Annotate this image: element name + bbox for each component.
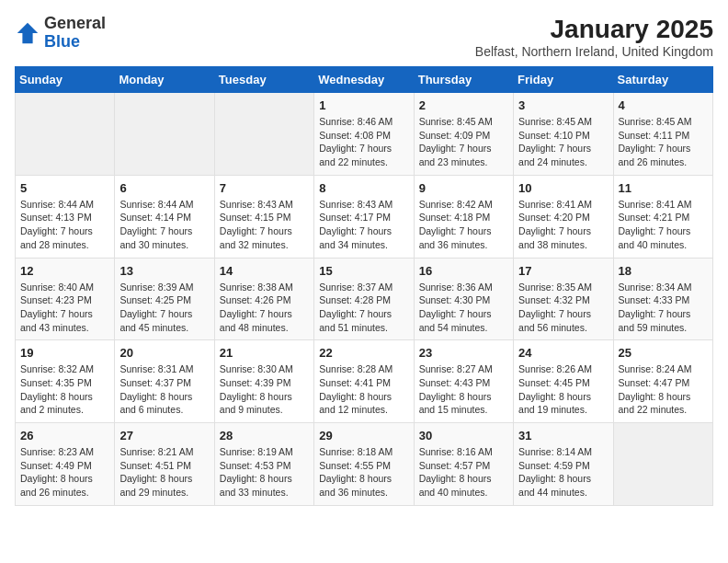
calendar-cell [214, 93, 313, 176]
header: General Blue January 2025 Belfast, North… [15, 15, 713, 59]
day-info: Sunrise: 8:27 AM Sunset: 4:43 PM Dayligh… [419, 362, 508, 417]
day-number: 10 [518, 181, 608, 195]
day-number: 21 [220, 346, 309, 360]
calendar-cell: 30Sunrise: 8:16 AM Sunset: 4:57 PM Dayli… [414, 423, 513, 506]
day-number: 22 [319, 346, 408, 360]
day-number: 13 [119, 264, 209, 278]
calendar-cell: 28Sunrise: 8:19 AM Sunset: 4:53 PM Dayli… [214, 423, 313, 506]
day-number: 20 [119, 346, 209, 360]
day-info: Sunrise: 8:35 AM Sunset: 4:32 PM Dayligh… [518, 281, 608, 335]
month-title: January 2025 [475, 15, 713, 44]
day-info: Sunrise: 8:21 AM Sunset: 4:51 PM Dayligh… [119, 445, 209, 500]
calendar-cell: 31Sunrise: 8:14 AM Sunset: 4:59 PM Dayli… [514, 423, 613, 506]
day-info: Sunrise: 8:32 AM Sunset: 4:35 PM Dayligh… [20, 362, 109, 417]
header-day: Sunday [16, 67, 115, 93]
calendar-cell: 16Sunrise: 8:36 AM Sunset: 4:30 PM Dayli… [414, 258, 513, 340]
day-number: 18 [619, 264, 708, 278]
day-info: Sunrise: 8:44 AM Sunset: 4:13 PM Dayligh… [20, 198, 109, 252]
day-number: 4 [619, 98, 708, 112]
day-number: 26 [20, 429, 109, 442]
calendar-cell: 9Sunrise: 8:42 AM Sunset: 4:18 PM Daylig… [414, 175, 513, 258]
day-info: Sunrise: 8:14 AM Sunset: 4:59 PM Dayligh… [518, 445, 608, 500]
calendar-week-row: 12Sunrise: 8:40 AM Sunset: 4:23 PM Dayli… [16, 258, 713, 340]
calendar-cell: 29Sunrise: 8:18 AM Sunset: 4:55 PM Dayli… [314, 423, 414, 506]
day-info: Sunrise: 8:26 AM Sunset: 4:45 PM Dayligh… [518, 362, 608, 417]
calendar-cell: 25Sunrise: 8:24 AM Sunset: 4:47 PM Dayli… [613, 340, 712, 423]
title-area: January 2025 Belfast, Northern Ireland, … [475, 15, 713, 59]
logo: General Blue [15, 15, 106, 52]
day-number: 5 [20, 181, 109, 195]
day-number: 2 [419, 98, 508, 112]
day-info: Sunrise: 8:43 AM Sunset: 4:15 PM Dayligh… [220, 198, 309, 252]
day-info: Sunrise: 8:43 AM Sunset: 4:17 PM Dayligh… [319, 198, 408, 252]
day-number: 31 [518, 429, 608, 442]
calendar-cell: 3Sunrise: 8:45 AM Sunset: 4:10 PM Daylig… [514, 93, 613, 176]
calendar-cell: 23Sunrise: 8:27 AM Sunset: 4:43 PM Dayli… [414, 340, 513, 423]
logo-text: General Blue [44, 15, 106, 52]
day-number: 3 [518, 98, 608, 112]
day-info: Sunrise: 8:46 AM Sunset: 4:08 PM Dayligh… [319, 115, 408, 169]
calendar-cell: 10Sunrise: 8:41 AM Sunset: 4:20 PM Dayli… [514, 175, 613, 258]
header-day: Saturday [613, 67, 712, 93]
day-number: 12 [20, 264, 109, 278]
header-day: Tuesday [214, 67, 313, 93]
logo-general: General [44, 15, 106, 33]
day-number: 14 [220, 264, 309, 278]
calendar-cell: 8Sunrise: 8:43 AM Sunset: 4:17 PM Daylig… [314, 175, 414, 258]
day-number: 9 [419, 181, 508, 195]
day-info: Sunrise: 8:24 AM Sunset: 4:47 PM Dayligh… [619, 362, 708, 417]
day-info: Sunrise: 8:37 AM Sunset: 4:28 PM Dayligh… [319, 281, 408, 335]
day-info: Sunrise: 8:31 AM Sunset: 4:37 PM Dayligh… [119, 362, 209, 417]
day-number: 15 [319, 264, 408, 278]
day-number: 25 [619, 346, 708, 360]
calendar-week-row: 26Sunrise: 8:23 AM Sunset: 4:49 PM Dayli… [16, 423, 713, 506]
calendar-cell: 19Sunrise: 8:32 AM Sunset: 4:35 PM Dayli… [16, 340, 115, 423]
header-day: Monday [115, 67, 214, 93]
day-info: Sunrise: 8:45 AM Sunset: 4:09 PM Dayligh… [419, 115, 508, 169]
calendar-cell: 1Sunrise: 8:46 AM Sunset: 4:08 PM Daylig… [314, 93, 414, 176]
day-info: Sunrise: 8:41 AM Sunset: 4:21 PM Dayligh… [619, 198, 708, 252]
calendar-week-row: 1Sunrise: 8:46 AM Sunset: 4:08 PM Daylig… [16, 93, 713, 176]
header-day: Wednesday [314, 67, 414, 93]
day-info: Sunrise: 8:41 AM Sunset: 4:20 PM Dayligh… [518, 198, 608, 252]
day-info: Sunrise: 8:39 AM Sunset: 4:25 PM Dayligh… [119, 281, 209, 335]
calendar-cell: 20Sunrise: 8:31 AM Sunset: 4:37 PM Dayli… [115, 340, 214, 423]
day-number: 8 [319, 181, 408, 195]
calendar-cell: 13Sunrise: 8:39 AM Sunset: 4:25 PM Dayli… [115, 258, 214, 340]
calendar-cell [613, 423, 712, 506]
logo-blue: Blue [44, 33, 106, 52]
calendar-cell: 22Sunrise: 8:28 AM Sunset: 4:41 PM Dayli… [314, 340, 414, 423]
day-number: 11 [619, 181, 708, 195]
header-row: SundayMondayTuesdayWednesdayThursdayFrid… [16, 67, 713, 93]
day-number: 17 [518, 264, 608, 278]
calendar-cell [115, 93, 214, 176]
calendar-cell: 17Sunrise: 8:35 AM Sunset: 4:32 PM Dayli… [514, 258, 613, 340]
day-info: Sunrise: 8:45 AM Sunset: 4:11 PM Dayligh… [619, 115, 708, 169]
day-info: Sunrise: 8:42 AM Sunset: 4:18 PM Dayligh… [419, 198, 508, 252]
calendar-cell: 24Sunrise: 8:26 AM Sunset: 4:45 PM Dayli… [514, 340, 613, 423]
day-info: Sunrise: 8:23 AM Sunset: 4:49 PM Dayligh… [20, 445, 109, 500]
calendar-cell: 18Sunrise: 8:34 AM Sunset: 4:33 PM Dayli… [613, 258, 712, 340]
day-info: Sunrise: 8:30 AM Sunset: 4:39 PM Dayligh… [220, 362, 309, 417]
day-number: 1 [319, 98, 408, 112]
day-number: 6 [119, 181, 209, 195]
header-day: Friday [514, 67, 613, 93]
calendar-cell: 14Sunrise: 8:38 AM Sunset: 4:26 PM Dayli… [214, 258, 313, 340]
calendar-cell: 4Sunrise: 8:45 AM Sunset: 4:11 PM Daylig… [613, 93, 712, 176]
calendar-cell: 15Sunrise: 8:37 AM Sunset: 4:28 PM Dayli… [314, 258, 414, 340]
calendar-body: 1Sunrise: 8:46 AM Sunset: 4:08 PM Daylig… [16, 93, 713, 506]
day-number: 19 [20, 346, 109, 360]
day-info: Sunrise: 8:34 AM Sunset: 4:33 PM Dayligh… [619, 281, 708, 335]
calendar-header: SundayMondayTuesdayWednesdayThursdayFrid… [16, 67, 713, 93]
calendar-cell: 26Sunrise: 8:23 AM Sunset: 4:49 PM Dayli… [16, 423, 115, 506]
calendar-cell: 21Sunrise: 8:30 AM Sunset: 4:39 PM Dayli… [214, 340, 313, 423]
day-number: 29 [319, 429, 408, 442]
location: Belfast, Northern Ireland, United Kingdo… [475, 44, 713, 59]
calendar-cell: 11Sunrise: 8:41 AM Sunset: 4:21 PM Dayli… [613, 175, 712, 258]
calendar-cell: 12Sunrise: 8:40 AM Sunset: 4:23 PM Dayli… [16, 258, 115, 340]
calendar-cell: 27Sunrise: 8:21 AM Sunset: 4:51 PM Dayli… [115, 423, 214, 506]
logo-icon [15, 20, 40, 46]
day-number: 30 [419, 429, 508, 442]
calendar-cell: 6Sunrise: 8:44 AM Sunset: 4:14 PM Daylig… [115, 175, 214, 258]
day-info: Sunrise: 8:44 AM Sunset: 4:14 PM Dayligh… [119, 198, 209, 252]
